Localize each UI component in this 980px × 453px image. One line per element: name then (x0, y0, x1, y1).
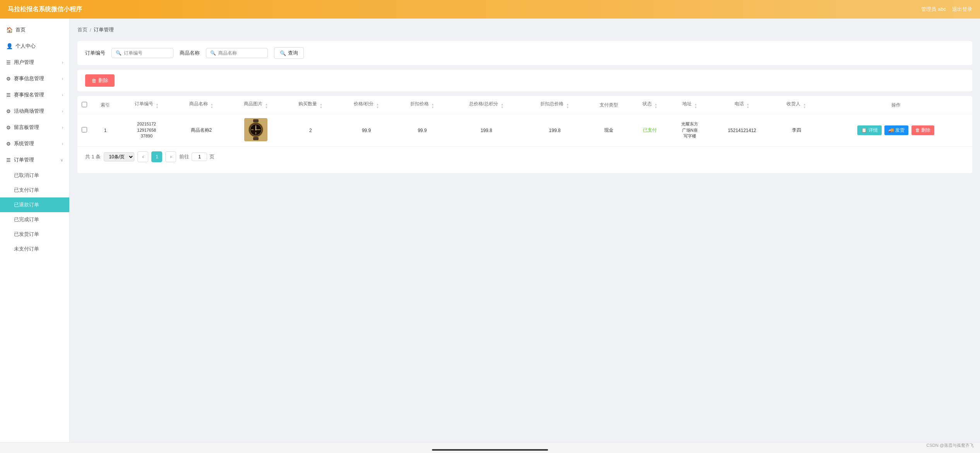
order-no-input[interactable] (124, 50, 169, 56)
sidebar-activity-label: 活动商场管理 (14, 108, 44, 115)
row-price: 99.9 (338, 114, 395, 147)
th-price: 价格/积分 ▲▼ (338, 96, 395, 114)
sidebar-group-system[interactable]: ⚙ 系统管理 › (0, 136, 69, 152)
row-actions: 📋 详情 🚚 发货 🗑 删除 (819, 114, 972, 147)
gear-icon3: ⚙ (6, 125, 11, 130)
sort-discount-total[interactable]: ▲▼ (566, 103, 569, 109)
header-right: 管理员 abc 退出登录 (921, 6, 972, 13)
page-1-label: 1 (156, 154, 158, 160)
detail-icon: 📋 (861, 127, 867, 133)
menu-icon3: ☰ (6, 157, 11, 163)
delete-icon: 🗑 (91, 78, 96, 84)
sidebar-item-cancelled[interactable]: 已取消订单 (0, 168, 69, 183)
th-discount-total: 折扣总价格 ▲▼ (523, 96, 586, 114)
product-name-input[interactable] (218, 50, 264, 56)
order-no-value: 202151721291765837890 (122, 121, 171, 139)
sidebar-item-profile[interactable]: 👤 个人中心 (0, 38, 69, 54)
page-jump-input[interactable] (192, 153, 207, 161)
sort-phone[interactable]: ▲▼ (746, 103, 749, 109)
breadcrumb-current: 订单管理 (94, 26, 114, 33)
ship-button[interactable]: 🚚 发货 (884, 125, 908, 135)
sidebar-order-mgmt-label: 订单管理 (14, 156, 34, 163)
row-discount-price: 99.9 (395, 114, 449, 147)
page-jump: 前往 页 (179, 153, 214, 161)
breadcrumb-home[interactable]: 首页 (77, 26, 87, 33)
del-icon: 🗑 (915, 127, 920, 133)
sort-discount[interactable]: ▲▼ (431, 103, 434, 109)
shipped-label: 已发货订单 (14, 231, 39, 238)
select-all-checkbox[interactable] (82, 102, 87, 107)
order-no-input-wrapper: 🔍 (111, 48, 173, 58)
th-payment-type: 支付类型 (586, 96, 631, 114)
bottom-scroll-indicator (432, 449, 548, 451)
row-product-img (229, 114, 283, 147)
delete-row-button[interactable]: 🗑 删除 (911, 125, 934, 135)
row-order-no: 202151721291765837890 (119, 114, 174, 147)
completed-label: 已完成订单 (14, 216, 39, 223)
sort-address[interactable]: ▲▼ (694, 103, 697, 109)
sidebar-system-label: 系统管理 (14, 140, 34, 147)
delete-btn-label: 删除 (98, 77, 108, 84)
row-total: 199.8 (449, 114, 523, 147)
action-bar: 🗑 删除 (77, 70, 972, 91)
ship-icon: 🚚 (888, 127, 894, 133)
th-product-name: 商品名称 ▲▼ (174, 96, 228, 114)
chevron-icon5: › (62, 125, 63, 130)
sidebar-item-unpaid[interactable]: 未支付订单 (0, 242, 69, 256)
sort-order-no[interactable]: ▲▼ (156, 103, 159, 109)
sort-price[interactable]: ▲▼ (376, 103, 379, 109)
search-button[interactable]: 🔍 查询 (274, 47, 304, 59)
bottom-bar (0, 442, 980, 453)
sidebar-item-shipped[interactable]: 已发货订单 (0, 227, 69, 242)
sidebar-group-user-mgmt[interactable]: ☰ 用户管理 › (0, 54, 69, 70)
page-size-select[interactable]: 10条/页 20条/页 50条/页 (104, 152, 134, 161)
svg-point-11 (255, 129, 257, 130)
sort-total[interactable]: ▲▼ (501, 103, 504, 109)
row-checkbox[interactable] (82, 127, 87, 132)
menu-icon: ☰ (6, 60, 11, 65)
th-product-img: 商品图片 ▲▼ (229, 96, 283, 114)
sidebar-item-completed[interactable]: 已完成订单 (0, 212, 69, 227)
sidebar-group-race-reg[interactable]: ☰ 赛事报名管理 › (0, 87, 69, 103)
row-receiver: 李四 (773, 114, 820, 147)
row-quantity: 2 (283, 114, 338, 147)
sidebar-item-home[interactable]: 🏠 首页 (0, 22, 69, 38)
sort-status[interactable]: ▲▼ (654, 103, 657, 109)
gear-icon2: ⚙ (6, 108, 11, 114)
row-payment-type: 现金 (586, 114, 631, 147)
sidebar-group-activity[interactable]: ⚙ 活动商场管理 › (0, 103, 69, 119)
row-status: 已支付 (631, 114, 669, 147)
next-page-button[interactable]: › (165, 151, 176, 162)
page-1-button[interactable]: 1 (151, 151, 162, 162)
search-icon2: 🔍 (280, 50, 286, 56)
sort-product-img[interactable]: ▲▼ (265, 103, 268, 109)
sidebar-group-race-info[interactable]: ⚙ 赛事信息管理 › (0, 70, 69, 87)
chevron-icon3: › (62, 93, 63, 97)
th-quantity: 购买数量 ▲▼ (283, 96, 338, 114)
sidebar-group-order-mgmt[interactable]: ☰ 订单管理 ∨ (0, 152, 69, 168)
main-content: 首页 / 订单管理 订单编号 🔍 商品名称 🔍 🔍 查询 🗑 (70, 19, 980, 453)
row-checkbox-cell (77, 114, 91, 147)
breadcrumb-sep: / (90, 27, 91, 33)
sidebar-group-guestbook[interactable]: ⚙ 留言板管理 › (0, 119, 69, 136)
breadcrumb: 首页 / 订单管理 (77, 26, 972, 33)
header-logout[interactable]: 退出登录 (952, 6, 972, 13)
order-no-label: 订单编号 (85, 50, 105, 57)
row-index: 1 (91, 114, 119, 147)
sort-product-name[interactable]: ▲▼ (210, 103, 213, 109)
sort-receiver[interactable]: ▲▼ (803, 103, 806, 109)
layout: 🏠 首页 👤 个人中心 ☰ 用户管理 › ⚙ 赛事信息管理 › ☰ 赛事报名管理… (0, 19, 980, 453)
sort-quantity[interactable]: ▲▼ (320, 103, 323, 109)
batch-delete-button[interactable]: 🗑 删除 (85, 74, 115, 87)
th-action: 操作 (819, 96, 972, 114)
sidebar-item-paid[interactable]: 已支付订单 (0, 183, 69, 197)
sidebar-race-reg-label: 赛事报名管理 (14, 91, 44, 98)
filter-bar: 订单编号 🔍 商品名称 🔍 🔍 查询 (77, 41, 972, 65)
pagination: 共 1 条 10条/页 20条/页 50条/页 ‹ 1 › 前往 (77, 147, 972, 167)
prev-page-button[interactable]: ‹ (137, 151, 148, 162)
sidebar-item-refunded[interactable]: 已退款订单 (0, 197, 69, 212)
detail-button[interactable]: 📋 详情 (857, 125, 881, 135)
row-product-name: 商品名称2 (174, 114, 228, 147)
sidebar-home-label: 首页 (15, 26, 26, 33)
refunded-label: 已退款订单 (14, 201, 39, 208)
